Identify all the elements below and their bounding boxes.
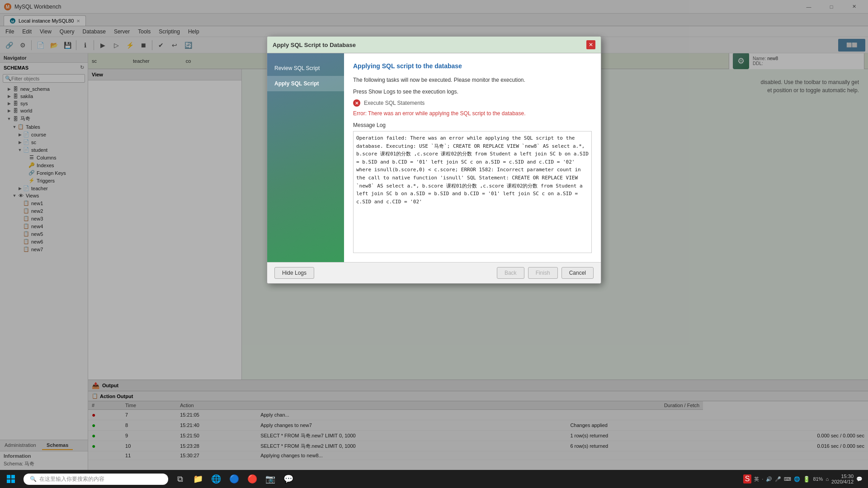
volume-icon[interactable]: 🔊 xyxy=(766,476,772,482)
lang-indicator[interactable]: 英 xyxy=(754,476,759,483)
notification-icon[interactable]: 💬 xyxy=(856,476,863,482)
svg-rect-6 xyxy=(7,479,10,483)
finish-button[interactable]: Finish xyxy=(528,267,558,279)
date-display: 2020/4/12 xyxy=(831,479,854,484)
up-arrow-icon[interactable]: ⌂ xyxy=(826,476,829,482)
taskbar-quick-actions: ⧉ 📁 🌐 🔵 🔴 📷 💬 xyxy=(172,470,297,488)
msg-log-label: Message Log xyxy=(353,122,592,128)
edge-button[interactable]: 🌐 xyxy=(208,470,224,488)
apply-sql-dialog: Apply SQL Script to Database ✕ Review SQ… xyxy=(267,36,601,284)
back-button[interactable]: Back xyxy=(497,267,524,279)
taskbar-right: S 英 · 🔊 🎤 ⌨ 🌐 🔋 81% ⌂ 15:30 2020/4/12 💬 xyxy=(743,474,868,484)
svg-rect-7 xyxy=(11,479,15,483)
start-button[interactable] xyxy=(0,470,22,488)
edge-alt-button[interactable]: 🔵 xyxy=(226,470,242,488)
network-icon[interactable]: 🌐 xyxy=(794,476,800,482)
svg-rect-4 xyxy=(7,475,10,479)
time-display: 15:30 xyxy=(831,474,854,479)
modal-content: Applying SQL script to the database The … xyxy=(344,53,601,262)
svg-rect-5 xyxy=(11,475,15,479)
modal-title: Apply SQL Script to Database xyxy=(273,42,356,48)
modal-heading: Applying SQL script to the database xyxy=(353,62,592,70)
mic-icon[interactable]: 🎤 xyxy=(775,476,781,482)
search-icon: 🔍 xyxy=(30,476,37,482)
status-error-circle: ✕ xyxy=(353,99,360,107)
task-view-button[interactable]: ⧉ xyxy=(172,470,188,488)
hide-logs-button[interactable]: Hide Logs xyxy=(274,267,314,279)
file-explorer-button[interactable]: 📁 xyxy=(190,470,206,488)
error-text: Error: There was an error while applying… xyxy=(353,110,592,117)
battery-pct: 81% xyxy=(813,476,823,482)
input-method[interactable]: S xyxy=(743,474,752,483)
search-placeholder: 在这里输入你要搜索的内容 xyxy=(39,475,104,483)
modal-sidebar: Review SQL Script Apply SQL Script xyxy=(267,53,344,262)
battery-icon: 🔋 xyxy=(803,476,810,483)
modal-desc1: The following tasks will now be executed… xyxy=(353,76,592,84)
apply-sql-item[interactable]: Apply SQL Script xyxy=(267,76,344,91)
execute-status: ✕ Execute SQL Statements xyxy=(353,99,592,107)
browser-button[interactable]: 🔴 xyxy=(244,470,260,488)
cancel-button[interactable]: Cancel xyxy=(561,267,594,279)
modal-body: Review SQL Script Apply SQL Script Apply… xyxy=(267,53,601,262)
modal-overlay: Apply SQL Script to Database ✕ Review SQ… xyxy=(0,0,868,488)
modal-titlebar: Apply SQL Script to Database ✕ xyxy=(267,37,601,53)
taskbar-dots: · xyxy=(762,476,763,482)
keyboard-icon[interactable]: ⌨ xyxy=(784,476,791,482)
modal-footer: Hide Logs Back Finish Cancel xyxy=(267,262,601,283)
modal-close-button[interactable]: ✕ xyxy=(586,40,595,49)
review-sql-item[interactable]: Review SQL Script xyxy=(267,61,344,76)
execute-label: Execute SQL Statements xyxy=(364,100,425,106)
clock[interactable]: 15:30 2020/4/12 xyxy=(831,474,854,484)
taskbar-search[interactable]: 🔍 在这里输入你要搜索的内容 xyxy=(24,474,168,485)
windows-logo-icon xyxy=(6,474,15,483)
chat-button[interactable]: 💬 xyxy=(280,470,297,488)
message-log[interactable]: Operation failed: There was an error whi… xyxy=(353,131,592,253)
windows-taskbar: 🔍 在这里输入你要搜索的内容 ⧉ 📁 🌐 🔵 🔴 📷 💬 S 英 · 🔊 🎤 ⌨… xyxy=(0,470,868,488)
camera-button[interactable]: 📷 xyxy=(262,470,278,488)
modal-desc2: Press Show Logs to see the execution log… xyxy=(353,88,592,96)
